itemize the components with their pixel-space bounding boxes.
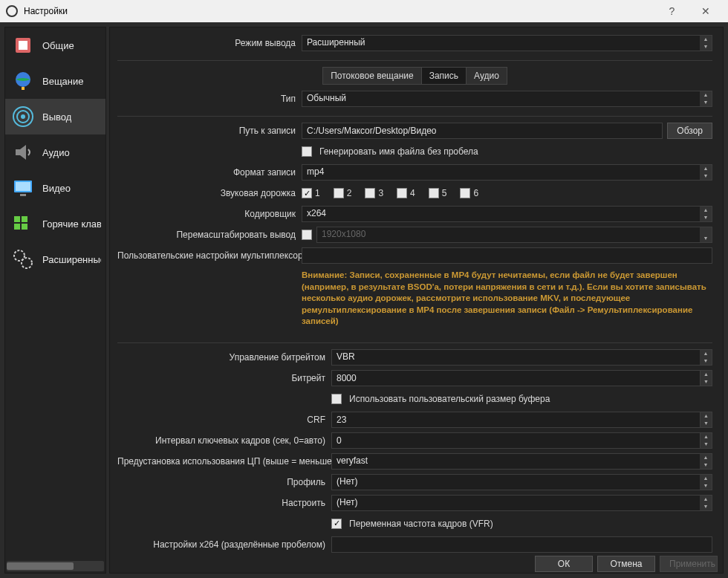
svg-rect-10	[14, 216, 20, 222]
output-mode-select[interactable]: Расширенный	[302, 35, 712, 51]
app-logo-icon	[6, 5, 18, 17]
select-spinner-icon[interactable]: ▲▼	[700, 475, 712, 490]
mp4-warning-text: Внимание: Записи, сохраненные в MP4 буду…	[302, 268, 712, 334]
track-3-label: 3	[378, 188, 383, 198]
help-button[interactable]: ?	[655, 5, 689, 17]
track-4-label: 4	[410, 188, 415, 198]
sidebar-item-advanced[interactable]: Расширенные	[5, 241, 105, 277]
cancel-button[interactable]: Отмена	[597, 556, 655, 572]
window-title: Настройки	[24, 6, 655, 16]
sidebar-item-label: Вывод	[42, 111, 71, 123]
svg-rect-12	[14, 224, 20, 230]
mux-label: Пользовательские настройки мультиплексор…	[117, 250, 302, 261]
select-spinner-icon[interactable]: ▲▼	[700, 350, 712, 365]
bitrate-input[interactable]	[331, 370, 701, 386]
sidebar-item-label: Общие	[42, 40, 74, 51]
track-4-checkbox[interactable]	[397, 188, 407, 198]
track-5-checkbox[interactable]	[429, 188, 439, 198]
rescale-checkbox[interactable]	[302, 230, 312, 240]
custom-buffer-label: Использовать пользовательский размер буф…	[349, 394, 550, 404]
divider	[117, 116, 712, 117]
track-5-label: 5	[442, 188, 447, 198]
rec-path-label: Путь к записи	[117, 126, 302, 136]
select-spinner-icon[interactable]: ▲▼	[700, 165, 712, 180]
monitor-icon	[10, 175, 36, 201]
sidebar-scrollbar[interactable]	[7, 561, 104, 571]
profile-select[interactable]: (Нет)	[331, 474, 712, 490]
filename-nospaces-checkbox[interactable]	[302, 146, 312, 157]
rec-type-select[interactable]: Обычный	[302, 91, 712, 107]
tune-label: Настроить	[117, 498, 331, 508]
spinner-icon[interactable]: ▲▼	[701, 432, 712, 449]
sidebar-item-label: Видео	[42, 183, 71, 194]
svg-rect-13	[22, 224, 27, 230]
output-mode-label: Режим вывода	[117, 38, 302, 48]
svg-rect-9	[20, 194, 26, 196]
gear-icon	[10, 32, 36, 59]
rec-path-input[interactable]	[302, 123, 663, 139]
browse-button[interactable]: Обзор	[667, 123, 712, 139]
track-6-label: 6	[473, 188, 478, 198]
spinner-icon[interactable]: ▲▼	[701, 370, 712, 386]
tune-select[interactable]: (Нет)	[331, 495, 712, 511]
track-2-checkbox[interactable]	[334, 188, 344, 198]
track-1-checkbox[interactable]: ✓	[302, 188, 312, 198]
encoder-select[interactable]: x264	[302, 206, 712, 222]
bitrate-label: Битрейт	[117, 373, 331, 383]
tracks-label: Звуковая дорожка	[117, 188, 302, 198]
close-button[interactable]: ✕	[689, 5, 722, 17]
select-spinner-icon[interactable]: ▲▼	[700, 36, 712, 51]
sidebar-item-label: Горячие клавиши	[42, 218, 101, 230]
x264opts-input[interactable]	[331, 536, 712, 553]
divider	[117, 342, 712, 343]
select-spinner-icon[interactable]: ▲▼	[700, 91, 712, 106]
svg-rect-3	[22, 87, 25, 90]
profile-label: Профиль	[117, 477, 331, 487]
rate-control-label: Управление битрейтом	[117, 352, 331, 363]
preset-label: Предустановка использования ЦП (выше = м…	[117, 456, 331, 467]
rec-type-label: Тип	[117, 94, 302, 104]
tab-bar: Потоковое вещание Запись Аудио	[117, 67, 712, 85]
select-dropdown-icon[interactable]: ▼	[700, 227, 712, 242]
apply-button[interactable]: Применить	[660, 556, 718, 572]
spinner-icon[interactable]: ▲▼	[701, 412, 712, 428]
sidebar-item-stream[interactable]: Вещание	[5, 63, 105, 99]
rec-format-label: Формат записи	[117, 167, 302, 178]
x264opts-label: Настройки x264 (разделённые пробелом)	[117, 539, 331, 550]
sidebar-item-hotkeys[interactable]: Горячие клавиши	[5, 206, 105, 241]
rate-control-select[interactable]: VBR	[331, 349, 712, 366]
filename-nospaces-label: Генерировать имя файла без пробела	[319, 146, 478, 157]
ok-button[interactable]: ОК	[535, 556, 593, 572]
rescale-value-select[interactable]: 1920x1080	[316, 227, 712, 243]
tab-recording[interactable]: Запись	[422, 67, 467, 85]
mux-input[interactable]	[302, 247, 712, 264]
crf-input[interactable]	[331, 412, 701, 428]
svg-rect-8	[16, 182, 30, 191]
tab-streaming[interactable]: Потоковое вещание	[322, 67, 422, 85]
tab-audio[interactable]: Аудио	[467, 67, 507, 85]
track-6-checkbox[interactable]	[460, 188, 470, 198]
sidebar-item-general[interactable]: Общие	[5, 27, 105, 63]
vfr-checkbox[interactable]: ✓	[331, 519, 342, 529]
speaker-icon	[10, 139, 36, 166]
sidebar-item-video[interactable]: Видео	[5, 170, 105, 206]
select-spinner-icon[interactable]: ▲▼	[700, 454, 712, 469]
sidebar-item-output[interactable]: Вывод	[5, 99, 105, 134]
svg-rect-11	[22, 216, 27, 222]
track-3-checkbox[interactable]	[365, 188, 375, 198]
main-panel: Режим вывода Расширенный ▲▼ Потоковое ве…	[109, 27, 724, 574]
svg-point-15	[22, 258, 32, 268]
select-spinner-icon[interactable]: ▲▼	[700, 496, 712, 510]
rec-format-select[interactable]: mp4	[302, 164, 712, 181]
sidebar-item-label: Аудио	[42, 147, 70, 158]
title-bar: Настройки ? ✕	[0, 0, 728, 22]
preset-select[interactable]: veryfast	[331, 453, 712, 470]
custom-buffer-checkbox[interactable]	[331, 394, 342, 404]
encoder-label: Кодировщик	[117, 209, 302, 219]
sidebar-item-audio[interactable]: Аудио	[5, 134, 105, 170]
svg-point-4	[21, 114, 25, 119]
select-spinner-icon[interactable]: ▲▼	[700, 207, 712, 221]
keyint-input[interactable]	[331, 432, 701, 449]
broadcast-icon	[10, 103, 36, 130]
globe-icon	[10, 68, 36, 94]
